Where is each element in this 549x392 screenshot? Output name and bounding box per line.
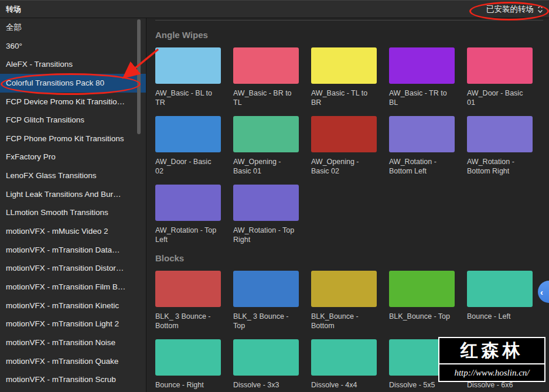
transition-item[interactable]: BLK_Bounce - Bottom	[311, 271, 377, 330]
section-title: Angle Wipes	[155, 30, 549, 40]
sidebar-item-label: motionVFX - mTransition Scrub	[6, 375, 116, 384]
sidebar-item[interactable]: Light Leak Transitions And Bur…	[0, 185, 146, 204]
sidebar-item[interactable]: LenoFX Glass Transitions	[0, 166, 146, 185]
transition-item[interactable]: Dissolve - 3x3	[233, 339, 299, 392]
sidebar-list: 全部 360° AleFX - Transitions Colorful Tra…	[0, 18, 146, 389]
transition-item[interactable]: Bounce - Right	[155, 339, 221, 392]
sidebar-item[interactable]: FCP Glitch Transitions	[0, 111, 146, 129]
transition-thumbnail	[311, 271, 377, 307]
transition-item[interactable]: AW_Rotation - Bottom Right	[467, 116, 533, 176]
sidebar-item[interactable]: AleFX - Transitions	[0, 55, 146, 74]
sidebar-item-label: motionVFX - mTransition Noise	[6, 338, 115, 347]
transitions-sidebar: 全部 360° AleFX - Transitions Colorful Tra…	[0, 18, 146, 392]
transition-thumbnail	[155, 116, 221, 152]
sidebar-item[interactable]: 360°	[0, 37, 146, 56]
sidebar-item[interactable]: motionVFX - mTransition Kinetic	[0, 296, 146, 315]
transition-label: BLK_Bounce - Bottom	[311, 312, 377, 330]
sidebar-item[interactable]: motionVFX - mTransition Noise	[0, 333, 146, 352]
sidebar-item-label: motionVFX - mMusic Video 2	[6, 227, 108, 236]
sidebar-item-label: FCP Device Promo Kit Transitio…	[6, 97, 125, 106]
sidebar-item[interactable]: motionVFX - mTransition Quake	[0, 352, 146, 371]
transition-thumbnail	[389, 271, 455, 307]
transition-item[interactable]: AW_Opening - Basic 01	[233, 116, 299, 176]
transition-item[interactable]: AW_Basic - BR to TL	[233, 47, 299, 107]
transition-item[interactable]: AW_Basic - TL to BR	[311, 47, 377, 107]
sidebar-item[interactable]: FxFactory Pro	[0, 148, 146, 166]
transition-label: AW_Rotation - Bottom Right	[467, 157, 533, 176]
section-title: Blocks	[155, 253, 549, 263]
sidebar-item[interactable]: FCP Device Promo Kit Transitio…	[0, 93, 146, 111]
sidebar-item-label: 360°	[6, 42, 22, 50]
transition-item[interactable]: BLK_Bounce - Top	[389, 271, 455, 330]
panel-title: 转场	[6, 4, 21, 15]
transition-item[interactable]: Bounce - Left	[467, 271, 533, 330]
watermark-url: http://www.hoslin.cn/	[439, 363, 544, 381]
transition-label: Bounce - Right	[155, 380, 221, 392]
transition-label: AW_Basic - BR to TL	[233, 88, 299, 107]
transition-item[interactable]: BLK_ 3 Bounce - Bottom	[155, 271, 221, 330]
transition-item[interactable]: AW_Door - Basic 02	[155, 116, 221, 176]
transition-thumbnail	[389, 47, 455, 84]
transition-item[interactable]: AW_Rotation - Bottom Left	[389, 116, 455, 176]
transition-label: AW_Door - Basic 01	[467, 88, 533, 107]
sidebar-scrollbar[interactable]	[137, 19, 141, 134]
sidebar-item-label: motionVFX - mTransition Kinetic	[6, 301, 119, 310]
sidebar-item[interactable]: motionVFX - mMusic Video 2	[0, 222, 146, 241]
sidebar-item[interactable]: FCP Phone Promo Kit Transitions	[0, 129, 146, 148]
sidebar-item-label: FCP Phone Promo Kit Transitions	[6, 134, 124, 143]
transition-thumbnail	[233, 116, 299, 152]
sidebar-item[interactable]: motionVFX - mTransition Scrub	[0, 370, 146, 389]
transition-item[interactable]: AW_Basic - TR to BL	[389, 47, 455, 107]
panel-top-divider	[155, 20, 543, 21]
transition-label: AW_Rotation - Bottom Left	[389, 157, 455, 176]
dropdown-selected-value: 已安装的转场	[486, 4, 534, 15]
transition-label: Bounce - Left	[467, 312, 533, 330]
transition-thumbnail	[155, 185, 221, 221]
transition-label: Dissolve - 3x3	[233, 380, 299, 392]
transition-label: AW_Opening - Basic 02	[311, 157, 377, 176]
transition-thumbnail	[311, 116, 377, 152]
sidebar-item[interactable]: 全部	[0, 18, 146, 37]
transition-label: BLK_ 3 Bounce - Top	[233, 312, 299, 330]
sidebar-item-label: Light Leak Transitions And Bur…	[6, 190, 121, 199]
sidebar-item[interactable]: motionVFX - mTransition Distor…	[0, 259, 146, 278]
transition-item[interactable]: BLK_ 3 Bounce - Top	[233, 271, 299, 330]
sidebar-item[interactable]: LLmotion Smooth Transitions	[0, 203, 146, 222]
transition-label: AW_Door - Basic 02	[155, 157, 221, 176]
transition-item[interactable]: Dissolve - 4x4	[311, 339, 377, 392]
watermark: 红森林 http://www.hoslin.cn/	[438, 337, 545, 382]
transitions-grid: AW_Basic - BL to TR AW_Basic - BR to TL …	[155, 47, 549, 253]
transition-item[interactable]: AW_Door - Basic 01	[467, 47, 533, 107]
transition-label: AW_Opening - Basic 01	[233, 157, 299, 176]
sidebar-item-label: motionVFX - mTransition Data…	[6, 246, 120, 254]
transition-thumbnail	[467, 116, 533, 152]
sidebar-item-label: AleFX - Transitions	[6, 60, 73, 69]
sidebar-item-label: 全部	[6, 23, 22, 32]
transition-thumbnail	[233, 271, 299, 307]
transition-label: Dissolve - 5x5	[389, 380, 455, 392]
transition-item[interactable]: AW_Rotation - Top Left	[155, 185, 221, 244]
installed-transitions-dropdown[interactable]: 已安装的转场	[486, 4, 543, 15]
transition-label: Dissolve - 6x6	[467, 380, 533, 392]
sidebar-item[interactable]: motionVFX - mTransition Film B…	[0, 278, 146, 296]
transition-label: AW_Basic - TR to BL	[389, 88, 455, 107]
sidebar-item-label: FCP Glitch Transitions	[6, 115, 84, 124]
transition-thumbnail	[311, 47, 377, 84]
transition-item[interactable]: AW_Opening - Basic 02	[311, 116, 377, 176]
sidebar-item[interactable]: Colorful Transitions Pack 80	[0, 74, 146, 93]
transition-label: AW_Basic - TL to BR	[311, 88, 377, 107]
transition-label: BLK_ 3 Bounce - Bottom	[155, 312, 221, 330]
transition-item[interactable]: AW_Rotation - Top Right	[233, 185, 299, 244]
sidebar-item-label: LLmotion Smooth Transitions	[6, 208, 108, 217]
transition-item[interactable]: AW_Basic - BL to TR	[155, 47, 221, 107]
sidebar-item[interactable]: motionVFX - mTransition Light 2	[0, 315, 146, 333]
transition-thumbnail	[233, 47, 299, 84]
transition-thumbnail	[233, 185, 299, 221]
transition-label: AW_Rotation - Top Right	[233, 226, 299, 244]
sidebar-item-label: Colorful Transitions Pack 80	[6, 79, 104, 87]
transition-thumbnail	[389, 116, 455, 152]
chevron-left-icon: ‹	[540, 287, 543, 297]
transition-thumbnail	[155, 339, 221, 376]
sidebar-item[interactable]: motionVFX - mTransition Data…	[0, 241, 146, 260]
transitions-browser-window: 转场 已安装的转场 全部 360° AleFX - Transitions Co…	[0, 0, 549, 392]
